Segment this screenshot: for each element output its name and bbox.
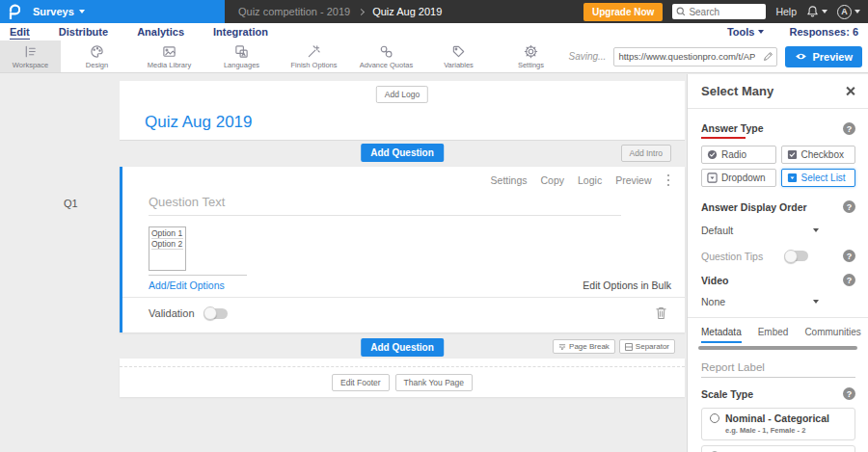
question-copy-button[interactable]: Copy — [541, 174, 565, 186]
page-break-button[interactable]: Page Break — [553, 339, 615, 354]
validation-label: Validation — [149, 307, 195, 319]
add-question-button-2[interactable]: Add Question — [361, 338, 444, 357]
add-question-button[interactable]: Add Question — [361, 144, 444, 162]
breadcrumb: Quiz competition - 2019 Quiz Aug 2019 — [238, 6, 442, 17]
chevron-down-icon — [822, 10, 827, 13]
help-link[interactable]: Help — [775, 6, 797, 17]
survey-url-box — [613, 47, 777, 66]
question-tips-toggle[interactable] — [785, 251, 808, 261]
add-intro-button[interactable]: Add Intro — [621, 145, 672, 162]
toolbar-item-finish-options[interactable]: Finish Options — [278, 40, 350, 72]
kebab-menu-icon[interactable] — [667, 179, 670, 182]
question-text-underline — [149, 215, 621, 216]
breadcrumb-current: Quiz Aug 2019 — [372, 6, 442, 17]
toolbar-item-variables[interactable]: Variables — [422, 40, 495, 72]
separator-button[interactable]: Separator — [619, 339, 675, 354]
answer-display-order-select[interactable]: Default — [701, 225, 819, 236]
edit-options-in-bulk-link[interactable]: Edit Options in Bulk — [583, 279, 671, 291]
search-input[interactable] — [689, 7, 756, 17]
notifications-menu[interactable] — [806, 5, 827, 18]
toolbar-item-media-library[interactable]: Media Library — [133, 40, 205, 72]
option-item: Option 2 — [151, 239, 183, 250]
tab-embed[interactable]: Embed — [758, 327, 789, 343]
questionpro-logo-icon[interactable] — [0, 4, 27, 19]
toolbar-item-advance-quotas[interactable]: Advance Quotas — [350, 40, 422, 72]
video-label: Video — [701, 275, 728, 286]
footer-dashed-divider — [120, 366, 685, 367]
toolbar-item-languages[interactable]: Languages — [205, 40, 278, 72]
scale-option-nominal-categorical[interactable]: Nominal - Categorical e.g. Male - 1, Fem… — [701, 408, 855, 440]
survey-title[interactable]: Quiz Aug 2019 — [145, 113, 253, 132]
chevron-down-icon — [813, 300, 819, 304]
thank-you-page-button[interactable]: Thank You Page — [395, 374, 473, 391]
help-icon[interactable] — [843, 200, 855, 213]
tools-menu[interactable]: Tools — [727, 26, 765, 38]
tab-distribute[interactable]: Distribute — [59, 25, 108, 39]
add-question-row: Add Question Add Intro — [120, 141, 685, 167]
answer-type-label: Answer Type — [701, 122, 764, 134]
answer-type-checkbox-button[interactable]: Checkbox — [781, 146, 856, 164]
separator-icon — [625, 343, 633, 351]
answer-display-order-label: Answer Display Order — [701, 201, 807, 213]
pencil-icon — [763, 51, 773, 62]
settings-icon — [524, 44, 538, 59]
avatar: A — [837, 5, 852, 19]
scale-option-nominal-numeric[interactable]: Nominal - Numeric e.g. Number of cars (1… — [701, 445, 855, 452]
help-icon[interactable] — [843, 387, 855, 400]
module-nav: Edit Distribute Analytics Integration To… — [0, 23, 868, 40]
account-menu[interactable]: A — [837, 5, 860, 19]
edit-footer-button[interactable]: Edit Footer — [332, 374, 390, 391]
question-logic-button[interactable]: Logic — [578, 174, 602, 186]
help-icon[interactable] — [843, 274, 855, 286]
media-library-icon — [162, 44, 176, 59]
survey-canvas: Q1 Add Logo Quiz Aug 2019 Add Question A… — [0, 74, 687, 452]
add-edit-options-link[interactable]: Add/Edit Options — [149, 279, 225, 291]
toolbar-item-workspace[interactable]: Workspace — [0, 40, 61, 72]
preview-button[interactable]: Preview — [785, 46, 862, 67]
report-label-input[interactable] — [701, 359, 855, 378]
answer-type-radio-button[interactable]: Radio — [701, 146, 776, 164]
upgrade-now-button[interactable]: Upgrade Now — [583, 3, 663, 21]
answer-type-dropdown-button[interactable]: Dropdown — [701, 169, 776, 187]
video-select[interactable]: None — [701, 296, 819, 307]
options-list-preview[interactable]: Option 1 Option 2 — [149, 226, 186, 271]
radio-icon — [707, 149, 718, 160]
bell-icon — [806, 5, 819, 18]
tab-communities[interactable]: Communities — [804, 327, 860, 343]
languages-icon — [234, 44, 249, 59]
tab-analytics[interactable]: Analytics — [137, 25, 184, 39]
breadcrumb-separator-icon — [358, 8, 365, 14]
question-menu: Settings Copy Logic Preview — [491, 174, 671, 186]
question-text-placeholder[interactable]: Question Text — [149, 195, 225, 209]
validation-toggle[interactable] — [204, 308, 228, 319]
survey-footer-card: Edit Footer Thank You Page — [120, 359, 685, 397]
surveys-menu[interactable]: Surveys — [33, 6, 85, 17]
tools-label: Tools — [727, 26, 755, 38]
responses-count[interactable]: Responses: 6 — [789, 26, 858, 38]
toolbar-item-settings[interactable]: Settings — [495, 40, 567, 72]
survey-url-input[interactable] — [614, 51, 759, 62]
workspace-icon — [23, 44, 38, 59]
top-bar: Surveys Quiz competition - 2019 Quiz Aug… — [0, 0, 868, 23]
question-card[interactable]: Settings Copy Logic Preview Question Tex… — [120, 167, 685, 332]
tab-edit[interactable]: Edit — [10, 25, 30, 40]
close-icon[interactable] — [845, 86, 855, 96]
question-settings-button[interactable]: Settings — [491, 174, 528, 186]
help-icon[interactable] — [843, 122, 855, 135]
delete-question-button[interactable] — [655, 306, 667, 320]
toolbar-item-design[interactable]: Design — [61, 40, 133, 72]
tab-integration[interactable]: Integration — [213, 25, 268, 39]
help-icon[interactable] — [843, 250, 855, 262]
chevron-down-icon — [758, 30, 764, 34]
search-box[interactable] — [672, 4, 766, 19]
answer-type-select-list-button[interactable]: Select List — [781, 169, 856, 187]
tab-metadata[interactable]: Metadata — [701, 327, 742, 343]
answer-type-grid: Radio Checkbox Dropdown Select List — [701, 146, 855, 187]
question-preview-button[interactable]: Preview — [615, 174, 651, 186]
add-logo-button[interactable]: Add Logo — [376, 86, 428, 103]
page-break-icon — [558, 343, 566, 351]
edit-url-button[interactable] — [759, 51, 776, 62]
question-card-divider — [122, 297, 685, 298]
tabs-scrollbar[interactable] — [698, 346, 857, 350]
breadcrumb-parent[interactable]: Quiz competition - 2019 — [238, 6, 350, 17]
